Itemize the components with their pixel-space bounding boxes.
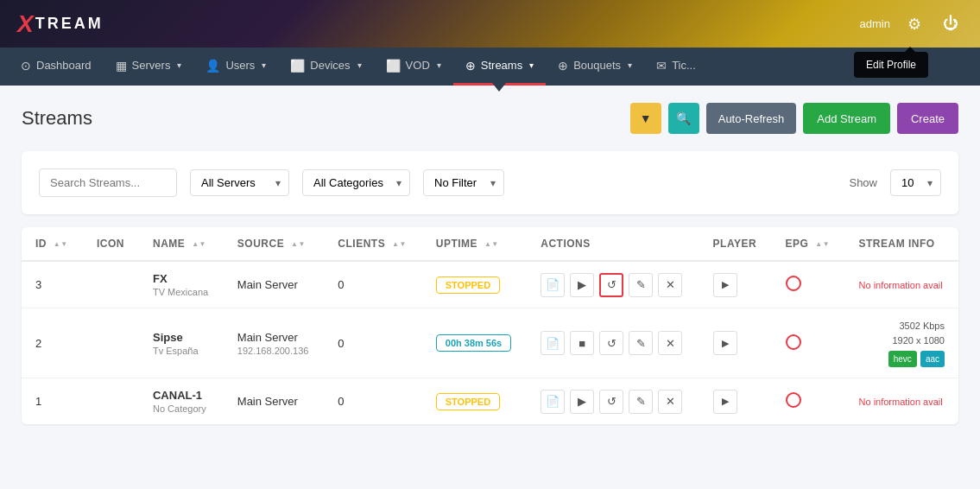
users-icon: 👤 xyxy=(205,59,220,73)
nav-item-users[interactable]: 👤 Users ▾ xyxy=(193,48,278,86)
cell-actions: 📄 ■ ↺ ✎ ✕ xyxy=(527,308,699,378)
action-restart-button[interactable]: ↺ xyxy=(599,390,623,414)
stream-name-sub: TV Mexicana xyxy=(153,287,210,297)
action-edit-button[interactable]: ✎ xyxy=(629,331,653,355)
action-file-button[interactable]: 📄 xyxy=(541,390,565,414)
search-button[interactable]: 🔍 xyxy=(668,103,699,134)
username-label: admin xyxy=(860,17,890,30)
show-label: Show xyxy=(849,176,877,189)
servers-arrow-icon: ▾ xyxy=(177,60,181,70)
cell-player: ▶ xyxy=(699,261,772,308)
epg-circle xyxy=(786,334,801,350)
logo: X TREAM xyxy=(17,10,104,38)
cell-stream-info: 3502 Kbps 1920 x 1080 hevc aac xyxy=(845,308,958,378)
streams-arrow-icon: ▾ xyxy=(529,60,534,70)
nav-item-dashboard[interactable]: ⊙ Dashboard xyxy=(9,48,104,86)
cell-actions: 📄 ▶ ↺ ✎ ✕ xyxy=(527,261,699,308)
nav-item-vod[interactable]: ⬜ VOD ▾ xyxy=(374,48,453,86)
nav-item-servers[interactable]: ▦ Servers ▾ xyxy=(104,48,194,86)
player-button[interactable]: ▶ xyxy=(713,273,737,297)
servers-icon: ▦ xyxy=(116,59,127,73)
stream-kbps: 3502 Kbps xyxy=(859,319,945,333)
create-button[interactable]: Create xyxy=(897,103,958,134)
player-button[interactable]: ▶ xyxy=(713,390,737,414)
page-title: Streams xyxy=(22,107,92,130)
table-row: 1 CANAL-1 No Category Main Server 0 STOP… xyxy=(22,378,958,425)
source-name: Main Server xyxy=(237,331,311,344)
nav-item-streams[interactable]: ⊕ Streams ▾ xyxy=(453,48,546,86)
cell-id: 1 xyxy=(22,378,83,425)
col-uptime: UPTIME ▲▼ xyxy=(422,227,527,261)
stream-name-sub: Tv España xyxy=(153,346,210,356)
filter-select[interactable]: No Filter xyxy=(423,169,504,196)
bouquets-icon: ⊕ xyxy=(558,59,568,73)
stream-name-main: FX xyxy=(153,272,210,285)
cell-name: Sipse Tv España xyxy=(139,308,224,378)
power-icon[interactable]: ⏻ xyxy=(939,10,963,37)
settings-icon[interactable]: ⚙ xyxy=(903,10,926,38)
player-button[interactable]: ▶ xyxy=(713,331,737,355)
tickets-icon: ✉ xyxy=(656,59,667,73)
action-file-button[interactable]: 📄 xyxy=(541,273,565,297)
source-name: Main Server xyxy=(237,395,311,408)
cell-name: FX TV Mexicana xyxy=(139,261,224,308)
source-ip: 192.168.200.136 xyxy=(237,346,311,356)
col-name: NAME ▲▼ xyxy=(139,227,224,261)
stream-name-main: CANAL-1 xyxy=(153,389,210,402)
action-delete-button[interactable]: ✕ xyxy=(658,331,682,355)
nav-item-devices[interactable]: ⬜ Devices ▾ xyxy=(278,48,373,86)
page-header: Streams ▼ 🔍 Auto-Refresh Add Stream Crea… xyxy=(22,103,958,134)
col-source: SOURCE ▲▼ xyxy=(224,227,325,261)
col-stream-info: STREAM INFO xyxy=(845,227,958,261)
filter-button[interactable]: ▼ xyxy=(630,103,661,134)
action-edit-button[interactable]: ✎ xyxy=(629,273,653,297)
edit-profile-tooltip: Edit Profile xyxy=(854,52,928,78)
action-file-button[interactable]: 📄 xyxy=(541,331,565,355)
action-restart-button[interactable]: ↺ xyxy=(599,273,623,297)
category-select[interactable]: All Categories xyxy=(302,169,410,196)
cell-icon xyxy=(83,378,139,425)
add-stream-button[interactable]: Add Stream xyxy=(803,103,890,134)
action-stop-button[interactable]: ■ xyxy=(570,331,594,355)
epg-circle xyxy=(786,276,801,291)
vod-arrow-icon: ▾ xyxy=(437,60,441,70)
action-delete-button[interactable]: ✕ xyxy=(658,273,682,297)
uptime-sort-icon: ▲▼ xyxy=(484,241,499,248)
dashboard-icon: ⊙ xyxy=(21,59,31,73)
cell-name: CANAL-1 No Category xyxy=(139,378,224,425)
action-delete-button[interactable]: ✕ xyxy=(658,390,682,414)
action-play-button[interactable]: ▶ xyxy=(570,390,594,414)
cell-epg xyxy=(772,308,845,378)
cell-uptime: STOPPED xyxy=(422,261,527,308)
action-edit-button[interactable]: ✎ xyxy=(629,390,653,414)
stream-info-tags: hevc aac xyxy=(859,351,945,367)
nav-label-devices: Devices xyxy=(310,59,350,72)
search-input[interactable] xyxy=(39,168,177,197)
page-actions: ▼ 🔍 Auto-Refresh Add Stream Create xyxy=(630,103,958,134)
filters-bar: All Servers Main Server All Categories N… xyxy=(22,151,958,214)
header: X TREAM admin ⚙ ⏻ Edit Profile xyxy=(0,0,980,48)
cell-source: Main Server 192.168.200.136 xyxy=(224,308,325,378)
server-select-wrapper: All Servers Main Server xyxy=(190,169,289,196)
actions-group: 📄 ■ ↺ ✎ ✕ xyxy=(541,331,685,355)
actions-group: 📄 ▶ ↺ ✎ ✕ xyxy=(541,390,685,414)
nav-item-tickets[interactable]: ✉ Tic... xyxy=(644,48,708,86)
table-header-row: ID ▲▼ ICON NAME ▲▼ SOURCE ▲▼ CLIENTS ▲▼ … xyxy=(22,227,958,261)
show-count-select[interactable]: 10 25 50 xyxy=(890,169,941,196)
nav-label-servers: Servers xyxy=(132,59,171,72)
streams-table-wrapper: ID ▲▼ ICON NAME ▲▼ SOURCE ▲▼ CLIENTS ▲▼ … xyxy=(22,227,958,424)
action-play-button[interactable]: ▶ xyxy=(570,273,594,297)
col-actions: ACTIONS xyxy=(527,227,699,261)
nav-item-bouquets[interactable]: ⊕ Bouquets ▾ xyxy=(546,48,644,86)
nav-label-users: Users xyxy=(225,59,255,72)
main-content: Streams ▼ 🔍 Auto-Refresh Add Stream Crea… xyxy=(0,86,980,441)
epg-circle xyxy=(786,392,801,408)
logo-text: TREAM xyxy=(35,15,104,33)
auto-refresh-button[interactable]: Auto-Refresh xyxy=(706,103,797,134)
server-select[interactable]: All Servers Main Server xyxy=(190,169,289,196)
action-restart-button[interactable]: ↺ xyxy=(599,331,623,355)
streams-dropdown-arrow xyxy=(492,83,506,92)
audio-tag: aac xyxy=(920,351,945,367)
search-icon: 🔍 xyxy=(676,111,691,125)
status-badge: STOPPED xyxy=(436,393,500,410)
